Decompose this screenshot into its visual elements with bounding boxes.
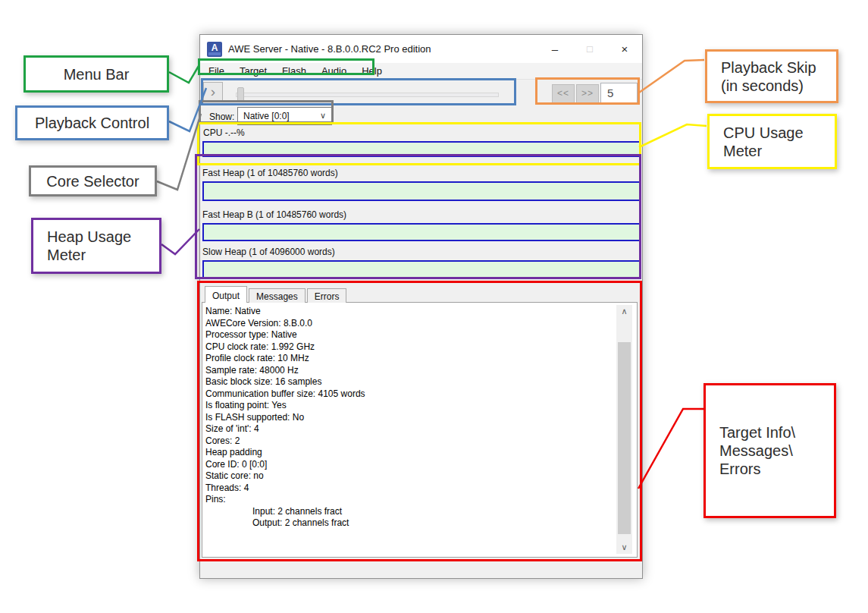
- scrollbar[interactable]: ∧ ∨: [616, 305, 632, 554]
- cpu-meter-label: CPU -.--%: [203, 127, 245, 138]
- skip-back-button[interactable]: <<: [552, 84, 575, 103]
- output-line: Static core: no: [205, 470, 614, 483]
- output-line: Heap padding: [205, 447, 614, 459]
- heap-meter-bar: [202, 181, 641, 201]
- output-line: Size of 'int': 4: [205, 423, 614, 435]
- title-bar: A AWE Server - Native - 8.B.0.0.RC2 Pro …: [200, 35, 642, 63]
- skip-seconds-field[interactable]: 5: [600, 83, 638, 104]
- tab-strip: OutputMessagesErrors: [205, 286, 348, 303]
- scrollbar-thumb[interactable]: [618, 342, 631, 534]
- app-icon: A: [207, 42, 222, 57]
- output-line: Output: 2 channels fract: [205, 517, 614, 530]
- callout-label: Playback Skip: [707, 58, 836, 77]
- chevron-down-icon: ∨: [320, 111, 326, 121]
- callout-core-selector: Core Selector: [29, 165, 157, 196]
- play-button[interactable]: ›: [203, 82, 223, 102]
- callout-playback-control: Playback Control: [15, 105, 169, 140]
- tab-messages[interactable]: Messages: [249, 288, 306, 303]
- output-line: Communication buffer size: 4105 words: [205, 388, 614, 401]
- output-line: Core ID: 0 [0:0]: [205, 459, 614, 471]
- output-line: AWECore Version: 8.B.0.0: [205, 318, 614, 330]
- output-line: Profile clock rate: 10 MHz: [205, 353, 614, 365]
- heap-meter-label: Fast Heap B (1 of 10485760 words): [202, 209, 346, 220]
- menu-audio[interactable]: Audio: [314, 64, 354, 78]
- callout-label: Menu Bar: [26, 65, 167, 83]
- callout-label: Core Selector: [31, 172, 155, 190]
- output-text: Name: NativeAWECore Version: 8.B.0.0Proc…: [205, 306, 614, 554]
- menu-flash[interactable]: Flash: [274, 64, 314, 78]
- callout-label: Meter: [33, 246, 159, 264]
- callout-label: Meter: [710, 142, 835, 160]
- output-line: Pins:: [205, 494, 614, 506]
- core-selector-value: Native [0:0]: [243, 111, 290, 121]
- core-selector-dropdown[interactable]: Native [0:0] ∨: [237, 107, 332, 125]
- awe-server-window: A AWE Server - Native - 8.B.0.0.RC2 Pro …: [199, 34, 643, 579]
- output-line: Is floating point: Yes: [205, 400, 614, 412]
- close-button[interactable]: ×: [607, 35, 642, 63]
- callout-label: Playback Control: [17, 114, 167, 132]
- output-line: Name: Native: [205, 306, 614, 318]
- callout-label: Errors: [706, 460, 834, 478]
- output-line: Is FLASH supported: No: [205, 412, 614, 424]
- annotated-screenshot: A AWE Server - Native - 8.B.0.0.RC2 Pro …: [0, 0, 868, 613]
- playback-slider-thumb[interactable]: [237, 87, 244, 102]
- skip-forward-button[interactable]: >>: [576, 84, 599, 103]
- callout-label: Target Info\: [706, 423, 834, 442]
- maximize-button: □: [572, 35, 607, 63]
- window-title: AWE Server - Native - 8.B.0.0.RC2 Pro ed…: [228, 43, 431, 55]
- output-line: Input: 2 channels fract: [205, 506, 614, 518]
- output-line: CPU clock rate: 1.992 GHz: [205, 341, 614, 354]
- callout-label: Messages\: [706, 442, 834, 460]
- scroll-down-icon[interactable]: ∨: [616, 541, 632, 554]
- tab-errors[interactable]: Errors: [307, 288, 347, 303]
- menu-bar: FileTargetFlashAudioHelp: [200, 63, 642, 80]
- scroll-up-icon[interactable]: ∧: [616, 305, 632, 318]
- menu-help[interactable]: Help: [354, 64, 390, 78]
- callout-label: Heap Usage: [33, 228, 159, 246]
- callout-label: CPU Usage: [710, 124, 835, 142]
- callout-playback-skip: Playback Skip(in seconds): [705, 49, 838, 103]
- callout-cpu-usage: CPU UsageMeter: [707, 114, 837, 169]
- heap-meter-label: Fast Heap (1 of 10485760 words): [202, 168, 338, 178]
- heap-meter-bar: [202, 223, 641, 241]
- callout-label: (in seconds): [707, 77, 836, 95]
- playback-slider[interactable]: [236, 93, 499, 97]
- callout-heap-usage: Heap UsageMeter: [31, 218, 161, 274]
- heap-meter-bar: [202, 260, 641, 278]
- cpu-meter-bar: [202, 141, 641, 157]
- show-label: Show:: [209, 112, 234, 122]
- output-panel: Name: NativeAWECore Version: 8.B.0.0Proc…: [202, 302, 638, 558]
- tab-output[interactable]: Output: [205, 286, 247, 303]
- output-line: Processor type: Native: [205, 329, 614, 341]
- minimize-button[interactable]: –: [537, 35, 572, 63]
- output-line: Threads: 4: [205, 483, 614, 495]
- output-line: Basic block size: 16 samples: [205, 376, 614, 388]
- callout-target-info: Target Info\Messages\Errors: [703, 383, 836, 518]
- output-line: Sample rate: 48000 Hz: [205, 365, 614, 377]
- menu-target[interactable]: Target: [232, 64, 274, 78]
- output-line: Cores: 2: [205, 435, 614, 448]
- callout-menu-bar: Menu Bar: [24, 55, 169, 93]
- menu-file[interactable]: File: [201, 64, 232, 78]
- heap-meter-label: Slow Heap (1 of 4096000 words): [202, 247, 335, 257]
